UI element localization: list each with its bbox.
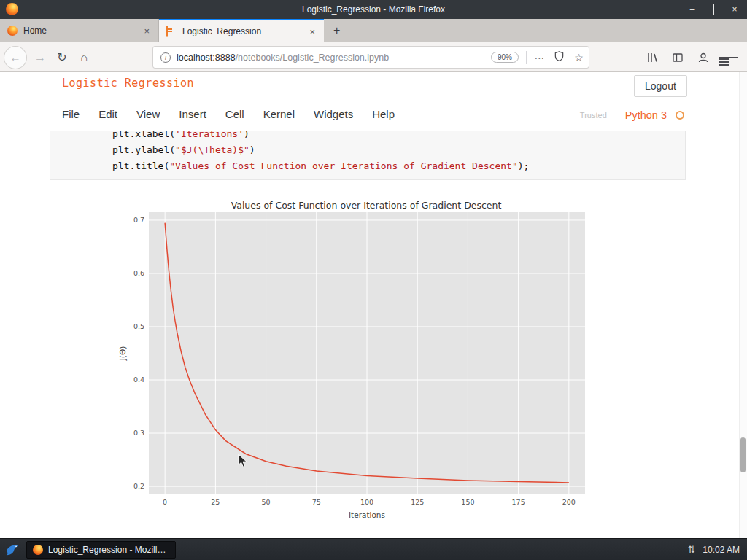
svg-text:175: 175 xyxy=(512,498,525,506)
svg-text:0.2: 0.2 xyxy=(133,482,144,490)
zoom-level-badge[interactable]: 90% xyxy=(491,52,519,63)
tab-home[interactable]: Home × xyxy=(0,19,159,42)
menu-widgets[interactable]: Widgets xyxy=(314,108,353,120)
new-tab-button[interactable]: + xyxy=(324,19,349,42)
reload-button[interactable]: ↻ xyxy=(51,50,73,64)
site-info-icon[interactable]: i xyxy=(160,52,171,63)
tab-logistic-regression[interactable]: Logistic_Regression × xyxy=(159,19,324,42)
svg-text:J(Θ): J(Θ) xyxy=(118,346,127,362)
code-token: plt.title( xyxy=(112,160,169,171)
page-actions-icon[interactable]: ⋯ xyxy=(530,52,549,63)
taskbar-window-label: Logistic_Regression - Mozilla... xyxy=(48,545,169,555)
svg-text:0.7: 0.7 xyxy=(133,216,144,224)
svg-text:0.6: 0.6 xyxy=(133,269,144,277)
firefox-task-icon xyxy=(33,545,43,555)
code-line-1: plt.xlabel('Iterations') xyxy=(50,131,685,142)
code-string: "Values of Cost Function over Iterations… xyxy=(169,160,517,171)
maximize-button[interactable] xyxy=(708,4,719,15)
network-icon[interactable]: ⇅ xyxy=(687,544,695,555)
kernel-separator xyxy=(616,109,616,122)
pocket-shield-icon[interactable] xyxy=(549,50,569,64)
menu-kernel[interactable]: Kernel xyxy=(263,108,295,120)
code-string: 'Iterations' xyxy=(175,131,244,139)
page-scrollbar-thumb[interactable] xyxy=(740,438,746,472)
window-title: Logistic_Regression - Mozilla Firefox xyxy=(0,4,747,15)
svg-text:50: 50 xyxy=(262,498,271,506)
kernel-name: Python 3 xyxy=(625,109,667,121)
trusted-badge: Trusted xyxy=(580,111,607,120)
code-string: "$J(\Theta)$" xyxy=(175,144,249,155)
code-line-3: plt.title("Values of Cost Function over … xyxy=(50,158,685,174)
svg-text:0.3: 0.3 xyxy=(133,429,144,437)
plot-canvas: 02550751001251501752000.20.30.40.50.60.7… xyxy=(117,197,591,521)
maximize-icon xyxy=(713,4,714,15)
svg-text:75: 75 xyxy=(312,498,321,506)
toolbar-right-icons xyxy=(643,42,738,72)
svg-text:125: 125 xyxy=(411,498,424,506)
menu-help[interactable]: Help xyxy=(372,108,395,120)
forward-button[interactable]: → xyxy=(29,51,51,64)
notebook-menubar: File Edit View Insert Cell Kernel Widget… xyxy=(62,108,395,120)
desktop-taskbar: Logistic_Regression - Mozilla... ⇅ 10:02… xyxy=(0,538,747,560)
logout-button[interactable]: Logout xyxy=(634,75,687,97)
sidebar-icon[interactable] xyxy=(668,48,687,67)
nav-buttons: ← → ↻ ⌂ xyxy=(4,42,95,72)
clock: 10:02 AM xyxy=(703,545,740,555)
menu-file[interactable]: File xyxy=(62,108,80,120)
window-titlebar: Logistic_Regression - Mozilla Firefox – … xyxy=(0,0,747,19)
mouse-cursor-icon xyxy=(238,454,248,471)
svg-text:150: 150 xyxy=(461,498,474,506)
svg-text:25: 25 xyxy=(211,498,220,506)
cost-function-plot: Values of Cost Function over Iterations … xyxy=(117,197,591,521)
window-controls: – × xyxy=(687,0,740,19)
navigation-toolbar: ← → ↻ ⌂ i localhost:8888 /notebooks/Logi… xyxy=(0,42,747,72)
home-button[interactable]: ⌂ xyxy=(73,51,95,64)
firefox-logo-icon xyxy=(6,3,18,15)
url-bar[interactable]: i localhost:8888 /notebooks/Logistic_Reg… xyxy=(153,47,589,68)
tab-active-close-icon[interactable]: × xyxy=(308,26,317,37)
notebook-title-link[interactable]: Logistic Regression xyxy=(62,77,194,90)
code-token: ); xyxy=(518,160,530,171)
code-token: ) xyxy=(244,131,249,139)
taskbar-window-button[interactable]: Logistic_Regression - Mozilla... xyxy=(26,541,176,559)
menu-hamburger-icon[interactable] xyxy=(719,48,738,67)
svg-text:0.4: 0.4 xyxy=(133,376,144,384)
svg-text:200: 200 xyxy=(562,498,576,506)
kernel-status-area: Trusted Python 3 xyxy=(580,109,684,122)
menu-edit[interactable]: Edit xyxy=(98,108,117,120)
tab-home-close-icon[interactable]: × xyxy=(142,26,151,36)
notebook-page: Logistic Regression Logout File Edit Vie… xyxy=(0,72,747,538)
notebook-favicon xyxy=(166,26,177,36)
kernel-idle-indicator-icon xyxy=(676,111,684,120)
code-line-2: plt.ylabel("$J(\Theta)$") xyxy=(50,142,685,158)
svg-text:0.5: 0.5 xyxy=(133,322,144,330)
tab-bar: Home × Logistic_Regression × + xyxy=(0,19,747,42)
code-cell[interactable]: plt.xlabel('Iterations') plt.ylabel("$J(… xyxy=(50,131,686,180)
svg-text:100: 100 xyxy=(360,498,374,506)
account-icon[interactable] xyxy=(694,48,713,67)
urlbar-separator xyxy=(526,51,527,64)
url-host: localhost:8888 xyxy=(177,52,236,63)
svg-text:Iterations: Iterations xyxy=(349,510,385,519)
library-icon[interactable] xyxy=(643,48,662,67)
code-token: plt.ylabel( xyxy=(112,144,175,155)
svg-text:0: 0 xyxy=(163,498,167,506)
bookmark-star-icon[interactable]: ☆ xyxy=(569,52,589,63)
taskbar-tray: ⇅ 10:02 AM xyxy=(687,544,740,555)
code-token: ) xyxy=(249,144,255,155)
menu-view[interactable]: View xyxy=(136,108,160,120)
code-token: plt.xlabel( xyxy=(112,131,175,139)
back-button[interactable]: ← xyxy=(4,47,26,69)
notebook-file-icon xyxy=(166,26,168,37)
firefox-home-favicon xyxy=(7,26,18,36)
url-path: /notebooks/Logistic_Regression.ipynb xyxy=(236,52,390,63)
minimize-button[interactable]: – xyxy=(687,4,697,15)
close-window-button[interactable]: × xyxy=(729,4,740,15)
tab-home-label: Home xyxy=(23,26,142,36)
tab-active-label: Logistic_Regression xyxy=(182,26,308,36)
window-list-icon[interactable] xyxy=(4,542,20,558)
menu-cell[interactable]: Cell xyxy=(225,108,244,120)
menu-insert[interactable]: Insert xyxy=(179,108,206,120)
